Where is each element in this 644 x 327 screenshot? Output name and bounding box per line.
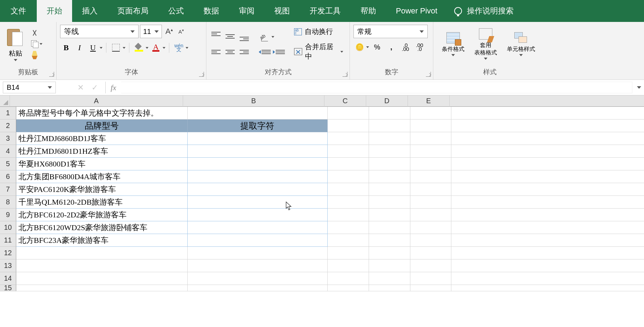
cell-styles-button[interactable]: 单元格样式 xyxy=(502,30,540,58)
font-size-select[interactable]: 11 xyxy=(140,25,162,38)
border-button[interactable] xyxy=(110,42,122,54)
cell-B7[interactable] xyxy=(188,183,328,196)
cell-rest6[interactable] xyxy=(451,170,644,183)
cell-B14[interactable] xyxy=(188,272,328,285)
number-format-select[interactable]: 常规 xyxy=(353,25,428,38)
tab-help[interactable]: 帮助 xyxy=(351,0,386,22)
cell-C6[interactable] xyxy=(328,170,369,183)
tab-view[interactable]: 视图 xyxy=(264,0,300,22)
cell-rest14[interactable] xyxy=(451,272,644,285)
cell-rest1[interactable] xyxy=(451,107,644,119)
cell-B8[interactable] xyxy=(188,196,328,209)
dialog-launcher-icon[interactable] xyxy=(426,72,431,77)
cell-C2[interactable] xyxy=(328,119,369,132)
cell-E4[interactable] xyxy=(410,145,452,158)
cell-B10[interactable] xyxy=(188,221,328,234)
col-header-B[interactable]: B xyxy=(183,95,324,107)
cell-rest13[interactable] xyxy=(451,259,644,272)
cell-A7[interactable]: 平安PAC6120K豪华旅游客车 xyxy=(16,183,188,196)
col-header-rest[interactable] xyxy=(450,95,644,107)
cell-D7[interactable] xyxy=(369,183,410,196)
cell-C9[interactable] xyxy=(328,209,369,221)
cell-A4[interactable]: 牡丹江MDJ6801D1HZ客车 xyxy=(16,145,188,158)
row-header-9[interactable]: 9 xyxy=(0,209,16,221)
fx-icon[interactable]: fx xyxy=(106,80,121,95)
align-right-button[interactable] xyxy=(238,47,250,57)
cell-rest4[interactable] xyxy=(451,145,644,158)
tab-developer[interactable]: 开发工具 xyxy=(300,0,351,22)
font-color-button[interactable]: A xyxy=(150,42,162,54)
cell-E3[interactable] xyxy=(410,132,452,145)
dialog-launcher-icon[interactable] xyxy=(199,72,204,77)
tab-home[interactable]: 开始 xyxy=(37,0,72,22)
row-header-1[interactable]: 1 xyxy=(0,107,16,119)
conditional-formatting-button[interactable]: 条件格式 xyxy=(437,30,469,58)
col-header-E[interactable]: E xyxy=(408,95,450,107)
formula-input[interactable] xyxy=(121,82,632,93)
chevron-down-icon[interactable] xyxy=(186,47,188,49)
chevron-down-icon[interactable] xyxy=(146,47,148,49)
row-header-15[interactable]: 15 xyxy=(0,285,16,291)
chevron-down-icon[interactable] xyxy=(366,46,369,48)
cell-E10[interactable] xyxy=(410,221,452,234)
decrease-decimal-button[interactable]: .00.0 xyxy=(414,42,426,52)
row-header-3[interactable]: 3 xyxy=(0,132,16,145)
cell-rest9[interactable] xyxy=(451,209,644,221)
row-header-2[interactable]: 2 xyxy=(0,119,16,132)
cell-B3[interactable] xyxy=(188,132,328,145)
cell-E15[interactable] xyxy=(410,285,452,291)
cell-E12[interactable] xyxy=(410,247,452,259)
cell-B15[interactable] xyxy=(188,285,328,291)
accounting-format-button[interactable]: 🪙 xyxy=(353,42,365,52)
align-middle-button[interactable] xyxy=(224,31,236,42)
cell-A13[interactable] xyxy=(16,259,188,272)
row-header-12[interactable]: 12 xyxy=(0,247,16,259)
cell-B9[interactable] xyxy=(188,209,328,221)
cell-D6[interactable] xyxy=(369,170,410,183)
cell-B1[interactable] xyxy=(188,107,328,119)
col-header-D[interactable]: D xyxy=(366,95,408,107)
cell-A12[interactable] xyxy=(16,247,188,259)
align-left-button[interactable] xyxy=(210,47,222,57)
tab-review[interactable]: 审阅 xyxy=(229,0,264,22)
underline-button[interactable]: U xyxy=(87,42,99,54)
chevron-down-icon[interactable] xyxy=(163,47,165,49)
format-painter-button[interactable] xyxy=(30,50,43,60)
cell-C7[interactable] xyxy=(328,183,369,196)
name-box[interactable]: B14 xyxy=(3,82,56,93)
cell-C4[interactable] xyxy=(328,145,369,158)
cell-E11[interactable] xyxy=(410,234,452,247)
cell-D15[interactable] xyxy=(369,285,410,291)
cell-E5[interactable] xyxy=(410,158,452,170)
cell-C14[interactable] xyxy=(328,272,369,285)
fill-color-button[interactable] xyxy=(133,42,145,54)
italic-button[interactable]: I xyxy=(74,42,86,54)
cell-C5[interactable] xyxy=(328,158,369,170)
font-name-select[interactable]: 等线 xyxy=(60,25,139,38)
cell-D12[interactable] xyxy=(369,247,410,259)
row-header-10[interactable]: 10 xyxy=(0,221,16,234)
cell-D5[interactable] xyxy=(369,158,410,170)
cell-D9[interactable] xyxy=(369,209,410,221)
row-header-4[interactable]: 4 xyxy=(0,145,16,158)
cell-D11[interactable] xyxy=(369,234,410,247)
cell-B2[interactable]: 提取字符 xyxy=(188,119,328,132)
bold-button[interactable]: B xyxy=(60,42,72,54)
pinyin-button[interactable]: wén文 xyxy=(173,42,185,54)
cell-A10[interactable]: 北方BFC6120WD2S豪华旅游卧铺客车 xyxy=(16,221,188,234)
cell-A3[interactable]: 牡丹江MDJ6860BD1J客车 xyxy=(16,132,188,145)
tab-power-pivot[interactable]: Power Pivot xyxy=(386,0,447,22)
row-header-6[interactable]: 6 xyxy=(0,170,16,183)
col-header-C[interactable]: C xyxy=(324,95,366,107)
cell-C12[interactable] xyxy=(328,247,369,259)
cell-A9[interactable]: 北方BFC6120-2D2豪华旅游客车 xyxy=(16,209,188,221)
align-center-button[interactable] xyxy=(224,47,236,57)
row-header-8[interactable]: 8 xyxy=(0,196,16,209)
cell-C13[interactable] xyxy=(328,259,369,272)
chevron-down-icon[interactable] xyxy=(271,36,274,38)
cell-E6[interactable] xyxy=(410,170,452,183)
cell-C15[interactable] xyxy=(328,285,369,291)
cell-E9[interactable] xyxy=(410,209,452,221)
increase-decimal-button[interactable]: .0.00 xyxy=(399,42,411,52)
cell-A15[interactable] xyxy=(16,285,188,291)
